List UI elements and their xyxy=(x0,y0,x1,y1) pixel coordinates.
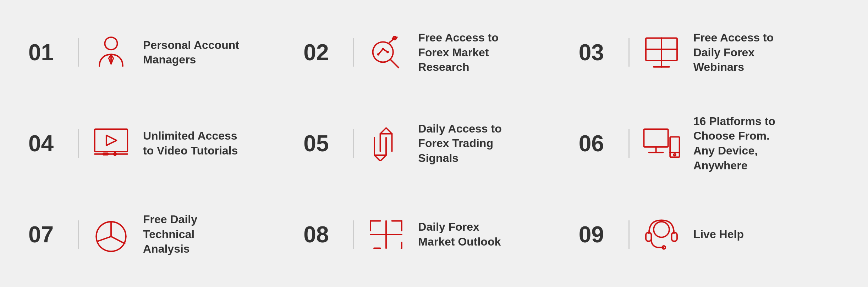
svg-line-31 xyxy=(111,236,125,243)
feature-item-04: 04 Unlimited Access to Video Tutorials xyxy=(21,98,296,189)
feature-label-07: Free Daily Technical Analysis xyxy=(143,212,242,257)
divider-02 xyxy=(353,38,354,67)
feature-label-08: Daily Forex Market Outlook xyxy=(418,220,517,249)
calendar-icon xyxy=(365,215,407,254)
divider-04 xyxy=(78,129,79,158)
feature-item-08: 08 Daily Forex Market Outlook xyxy=(296,189,571,280)
divider-08 xyxy=(353,220,354,249)
feature-number-08: 08 xyxy=(303,223,342,246)
svg-marker-17 xyxy=(106,135,117,146)
research-icon xyxy=(365,33,407,72)
feature-label-01: Personal Account Managers xyxy=(143,38,242,67)
feature-item-09: 09 Live Help xyxy=(572,189,847,280)
feature-item-02: 02 Free Access to Forex Market Research xyxy=(296,7,571,98)
webinar-icon xyxy=(640,33,683,72)
svg-point-3 xyxy=(373,42,393,62)
feature-label-03: Free Access to Daily Forex Webinars xyxy=(693,30,793,75)
svg-point-35 xyxy=(654,221,669,237)
video-icon xyxy=(90,124,132,163)
feature-item-03: 03 Free Access to Daily Forex Webinars xyxy=(572,7,847,98)
feature-number-09: 09 xyxy=(579,223,618,246)
svg-line-32 xyxy=(98,236,111,241)
feature-item-06: 06 16 Platforms to Choose From. Any Devi… xyxy=(572,98,847,189)
features-grid: 01 Personal Account Managers 02 xyxy=(0,0,868,287)
feature-label-04: Unlimited Access to Video Tutorials xyxy=(143,129,242,158)
signals-icon xyxy=(365,124,407,163)
divider-06 xyxy=(628,129,630,158)
feature-number-01: 01 xyxy=(28,41,67,64)
feature-label-02: Free Access to Forex Market Research xyxy=(418,30,517,75)
divider-09 xyxy=(628,220,630,249)
feature-label-06: 16 Platforms to Choose From. Any Device,… xyxy=(693,114,793,173)
feature-item-05: 05 Daily Access to Forex Trading Signals xyxy=(296,98,571,189)
svg-point-0 xyxy=(105,37,117,50)
svg-point-28 xyxy=(674,154,676,156)
person-icon xyxy=(90,33,132,72)
divider-07 xyxy=(78,220,79,249)
chart-icon xyxy=(90,215,132,254)
feature-item-01: 01 Personal Account Managers xyxy=(21,7,296,98)
feature-number-05: 05 xyxy=(303,132,342,155)
divider-01 xyxy=(78,38,79,67)
devices-icon xyxy=(640,124,683,163)
svg-rect-23 xyxy=(644,129,668,147)
feature-number-03: 03 xyxy=(579,41,618,64)
headset-icon xyxy=(640,215,683,254)
feature-number-07: 07 xyxy=(28,223,67,246)
svg-line-4 xyxy=(391,60,399,68)
feature-number-02: 02 xyxy=(303,41,342,64)
divider-03 xyxy=(628,38,630,67)
feature-label-05: Daily Access to Forex Trading Signals xyxy=(418,122,517,166)
feature-item-07: 07 Free Daily Technical Analysis xyxy=(21,189,296,280)
feature-number-06: 06 xyxy=(579,132,618,155)
svg-rect-16 xyxy=(95,129,127,152)
feature-number-04: 04 xyxy=(28,132,67,155)
divider-05 xyxy=(353,129,354,158)
feature-label-09: Live Help xyxy=(693,227,744,242)
